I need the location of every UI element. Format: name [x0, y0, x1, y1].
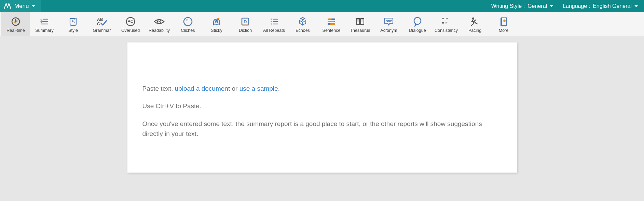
pacing-icon	[470, 16, 480, 27]
thesaurus-icon	[355, 16, 365, 27]
style-icon: A a	[68, 16, 78, 27]
svg-rect-32	[328, 23, 330, 25]
dialogue-icon	[412, 16, 423, 27]
echoes-icon	[298, 16, 308, 27]
svg-text:S: S	[216, 21, 218, 23]
tool-label: Clichés	[181, 28, 195, 33]
tool-label: Sentence	[323, 28, 341, 33]
top-bar: Menu Writing Style : General Language : …	[0, 0, 644, 12]
more-icon	[499, 16, 508, 27]
grammar-icon: AB C	[96, 16, 107, 27]
svg-text:" ": " "	[442, 21, 448, 27]
realtime-icon	[11, 16, 21, 27]
tool-label: Thesaurus	[350, 28, 370, 33]
tool-overused[interactable]: zz Overused	[116, 12, 145, 36]
writing-style-value: General	[527, 3, 547, 9]
language-label: Language :	[563, 3, 590, 9]
tool-label: Summary	[35, 28, 53, 33]
svg-rect-30	[328, 21, 333, 22]
repeats-icon	[269, 16, 279, 27]
upload-document-link[interactable]: upload a document	[175, 85, 230, 92]
svg-text:”: ”	[186, 19, 189, 25]
svg-rect-31	[333, 21, 335, 22]
acronym-icon: BRB	[383, 16, 395, 27]
tool-label: All Repeats	[263, 28, 285, 33]
tool-label: Sticky	[211, 28, 222, 33]
svg-rect-33	[330, 23, 335, 25]
tool-diction[interactable]: D Diction	[231, 12, 260, 36]
tool-label: Readability	[149, 28, 170, 33]
tool-label: Overused	[121, 28, 140, 33]
svg-text:BRB: BRB	[386, 20, 393, 23]
language-value: English General	[593, 3, 632, 9]
tool-sticky[interactable]: S Sticky	[202, 12, 231, 36]
document-area: Paste text, upload a document or use a s…	[0, 36, 644, 173]
tool-all-repeats[interactable]: All Repeats	[260, 12, 288, 36]
editor-page[interactable]: Paste text, upload a document or use a s…	[127, 42, 517, 173]
tool-thesaurus[interactable]: Thesaurus	[346, 12, 374, 36]
svg-text:AB: AB	[97, 17, 103, 22]
tool-pacing[interactable]: Pacing	[461, 12, 489, 36]
writing-style-selector[interactable]: Writing Style : General	[491, 3, 553, 9]
tool-label: Consistency	[435, 28, 458, 33]
placeholder-text: or	[230, 85, 239, 92]
placeholder-line: Use Ctrl+V to Paste.	[142, 101, 502, 111]
tool-label: Acronym	[380, 28, 397, 33]
tool-consistency[interactable]: “ ” " " Consistency	[432, 12, 461, 36]
toolbar: Real-time Summary A a Style	[0, 12, 644, 36]
svg-rect-28	[328, 18, 331, 20]
svg-rect-29	[331, 18, 335, 20]
svg-point-41	[414, 17, 421, 24]
sentence-icon	[326, 16, 337, 27]
consistency-icon: “ ” " "	[441, 16, 452, 27]
tool-summary[interactable]: Summary	[30, 12, 59, 36]
svg-point-22	[271, 18, 272, 20]
chevron-down-icon	[634, 5, 638, 7]
tool-sentence[interactable]: Sentence	[317, 12, 346, 36]
tool-acronym[interactable]: BRB Acronym	[374, 12, 403, 36]
tool-label: Echoes	[296, 28, 310, 33]
svg-text:C: C	[97, 22, 100, 26]
placeholder-line: Once you've entered some text, the summa…	[142, 119, 502, 139]
tool-label: Grammar	[93, 28, 111, 33]
tool-label: Dialogue	[409, 28, 426, 33]
writing-style-label: Writing Style :	[491, 3, 525, 9]
tool-cliches[interactable]: ” Clichés	[174, 12, 202, 36]
logo-icon	[3, 3, 12, 10]
tool-style[interactable]: A a Style	[59, 12, 87, 36]
svg-point-26	[271, 23, 272, 25]
overused-icon: zz	[125, 16, 136, 27]
svg-point-24	[271, 21, 272, 22]
tool-label: Style	[68, 28, 78, 33]
diction-icon: D	[240, 16, 250, 27]
tool-label: Diction	[239, 28, 252, 33]
tool-label: Pacing	[468, 28, 481, 33]
tool-readability[interactable]: Readability	[145, 12, 174, 36]
placeholder-text: Paste text,	[142, 85, 175, 92]
svg-text:D: D	[244, 19, 247, 24]
svg-text:a: a	[74, 22, 75, 24]
tool-realtime[interactable]: Real-time	[1, 12, 30, 36]
menu-button[interactable]: Menu	[0, 0, 41, 12]
language-selector[interactable]: Language : English General	[563, 3, 638, 9]
top-right-controls: Writing Style : General Language : Engli…	[491, 3, 644, 9]
tool-label: More	[499, 28, 508, 33]
placeholder-text: .	[278, 85, 280, 92]
readability-icon	[154, 16, 165, 27]
tool-echoes[interactable]: Echoes	[288, 12, 317, 36]
editor-placeholder: Paste text, upload a document or use a s…	[142, 84, 502, 139]
tool-label: Real-time	[6, 28, 25, 33]
sticky-icon: S	[211, 16, 222, 27]
cliches-icon: ”	[183, 16, 193, 27]
svg-point-13	[159, 21, 160, 22]
chevron-down-icon	[32, 5, 35, 7]
tool-grammar[interactable]: AB C Grammar	[87, 12, 116, 36]
chevron-down-icon	[550, 5, 553, 7]
use-sample-link[interactable]: use a sample	[239, 85, 278, 92]
svg-text:zz: zz	[133, 17, 135, 20]
tool-dialogue[interactable]: Dialogue	[403, 12, 432, 36]
tool-more[interactable]: More	[489, 12, 518, 36]
menu-label: Menu	[14, 3, 29, 10]
summary-icon	[39, 16, 50, 27]
